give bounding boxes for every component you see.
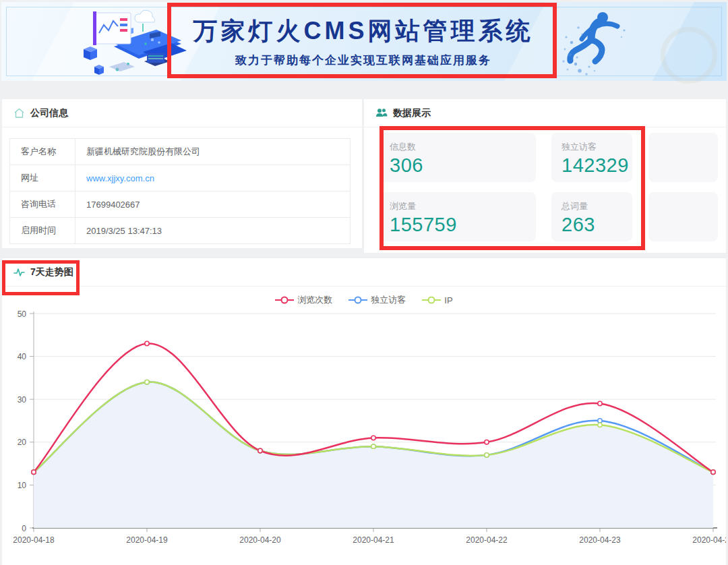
phone-value: 17699402667 — [75, 191, 351, 218]
customer-name-value: 新疆机械研究院股份有限公司 — [75, 139, 351, 165]
stat-card-unique-visitors: 独立访客 142329 — [551, 133, 632, 182]
trend-panel-title: 7天走势图 — [30, 266, 73, 278]
company-info-table: 客户名称 新疆机械研究院股份有限公司 网址 www.xjjxy.com.cn 咨… — [9, 138, 351, 244]
stat-label: 独立访客 — [562, 141, 632, 153]
row-label: 咨询电话 — [10, 191, 75, 218]
stat-label: 总词量 — [562, 200, 632, 212]
svg-text:2020-04-19: 2020-04-19 — [126, 535, 168, 545]
legend-item[interactable]: 独立访客 — [348, 294, 406, 306]
svg-text:0: 0 — [22, 524, 26, 533]
legend-marker-icon — [275, 295, 294, 305]
svg-text:30: 30 — [18, 395, 27, 405]
data-stats-panel: 数据展示 信息数 306 独立访客 142329 浏览量 155759 总词量 … — [364, 99, 726, 253]
svg-text:50: 50 — [18, 309, 27, 319]
svg-text:2020-04-20: 2020-04-20 — [239, 535, 281, 545]
company-info-panel: 公司信息 客户名称 新疆机械研究院股份有限公司 网址 www.xjjxy.com… — [2, 99, 362, 248]
legend-marker-icon — [348, 295, 367, 305]
company-panel-title: 公司信息 — [30, 107, 68, 119]
stat-card-info-count: 信息数 306 — [380, 133, 536, 182]
svg-text:2020-04-22: 2020-04-22 — [466, 535, 508, 545]
start-time-value: 2019/3/25 13:47:13 — [75, 218, 351, 244]
trend-chart-panel: 7天走势图 浏览次数独立访客IP 010203040502020-04-1820… — [2, 258, 726, 565]
banner-subtitle: 致力于帮助每个企业实现互联网基础应用服务 — [235, 53, 491, 68]
users-icon — [375, 108, 388, 118]
stat-card-empty — [648, 133, 718, 182]
row-label: 启用时间 — [10, 218, 75, 244]
svg-text:10: 10 — [18, 481, 27, 490]
chart-legend: 浏览次数独立访客IP — [2, 293, 726, 307]
trend-chart-canvas: 010203040502020-04-182020-04-192020-04-2… — [2, 308, 726, 547]
row-label: 网址 — [10, 165, 75, 191]
table-row: 网址 www.xjjxy.com.cn — [10, 165, 351, 191]
pulse-icon — [13, 268, 25, 277]
stat-value: 142329 — [562, 154, 632, 177]
row-label: 客户名称 — [10, 139, 75, 165]
stat-value: 155759 — [390, 214, 536, 236]
legend-label: 浏览次数 — [297, 294, 332, 306]
table-row: 启用时间 2019/3/25 13:47:13 — [10, 218, 351, 244]
stat-value: 306 — [390, 154, 536, 177]
legend-item[interactable]: IP — [422, 295, 452, 305]
stat-card-empty — [648, 192, 718, 241]
stats-panel-title: 数据展示 — [393, 107, 431, 119]
legend-label: IP — [444, 295, 452, 305]
stat-value: 263 — [562, 214, 632, 236]
legend-label: 独立访客 — [371, 294, 406, 306]
legend-marker-icon — [422, 295, 441, 305]
stat-card-pageviews: 浏览量 155759 — [380, 192, 536, 241]
website-link[interactable]: www.xjjxy.com.cn — [86, 173, 154, 183]
svg-text:2020-04-24: 2020-04-24 — [692, 535, 726, 545]
legend-item[interactable]: 浏览次数 — [275, 294, 332, 306]
stat-label: 信息数 — [390, 141, 536, 153]
home-icon — [13, 108, 25, 119]
svg-text:2020-04-23: 2020-04-23 — [579, 535, 621, 545]
svg-text:40: 40 — [18, 352, 27, 361]
svg-text:2020-04-21: 2020-04-21 — [353, 535, 394, 545]
runner-icon — [559, 7, 698, 79]
top-banner: 万家灯火CMS网站管理系统 致力于帮助每个企业实现互联网基础应用服务 — [1, 2, 727, 81]
svg-text:2020-04-18: 2020-04-18 — [13, 535, 55, 545]
stat-card-total-words: 总词量 263 — [551, 192, 632, 241]
banner-title: 万家灯火CMS网站管理系统 — [193, 15, 534, 48]
table-row: 客户名称 新疆机械研究院股份有限公司 — [10, 139, 351, 165]
svg-text:20: 20 — [18, 438, 27, 447]
table-row: 咨询电话 17699402667 — [10, 191, 351, 218]
stat-label: 浏览量 — [390, 200, 536, 212]
